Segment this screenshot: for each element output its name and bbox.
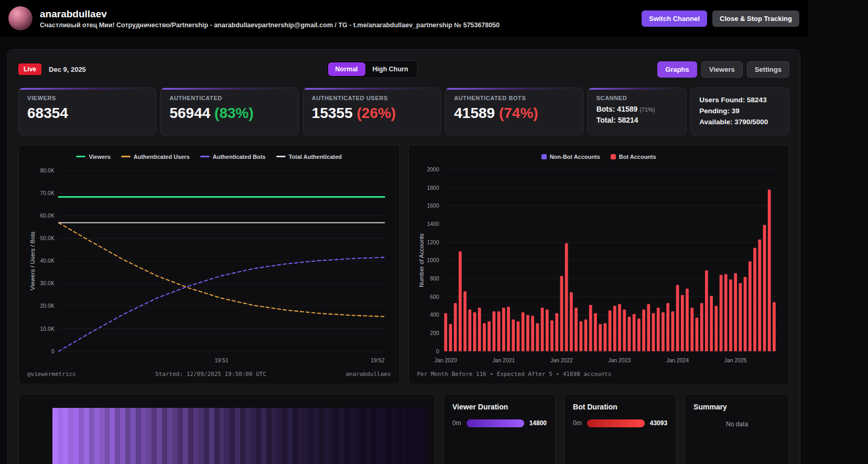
legend-item: Authenticated Users xyxy=(121,154,190,160)
stat-number: 15355 xyxy=(312,105,353,121)
switch-channel-button[interactable]: Switch Channel xyxy=(642,10,707,27)
bar-chart-summary-label: Per Month Before 116 • Expected After 5 … xyxy=(417,371,612,377)
legend-item: Total Authenticated xyxy=(276,154,342,160)
tab-settings[interactable]: Settings xyxy=(747,61,789,78)
bot-duration-row: 0m 43093 xyxy=(573,419,667,427)
svg-text:10.0K: 10.0K xyxy=(40,325,55,331)
heatmap-band xyxy=(256,408,261,464)
scanned-bots: Bots: 41589 xyxy=(596,105,638,113)
channel-avatar xyxy=(8,6,32,30)
heatmap-band xyxy=(329,408,334,464)
legend-swatch xyxy=(541,154,547,159)
bar-chart-legend: Non-Bot AccountsBot Accounts xyxy=(417,152,781,164)
heatmap-band xyxy=(355,408,360,464)
svg-text:30.0K: 30.0K xyxy=(40,280,55,286)
stat-label: SCANNED xyxy=(596,95,678,101)
svg-text:Jan 2024: Jan 2024 xyxy=(666,357,689,363)
heatmap-band xyxy=(251,408,256,464)
heatmap-band xyxy=(350,408,355,464)
viewer-duration-title: Viewer Duration xyxy=(452,403,547,411)
legend-swatch xyxy=(200,156,210,157)
svg-text:Jan 2023: Jan 2023 xyxy=(608,357,631,363)
heatmap-band xyxy=(157,408,162,464)
heatmap-band xyxy=(392,408,397,464)
svg-text:19:51: 19:51 xyxy=(215,357,229,363)
heatmap-band xyxy=(193,408,199,464)
heatmap-band xyxy=(397,408,402,464)
heatmap-band xyxy=(136,408,141,464)
channel-subtitle: Счастливый отец Мии! Сотрудничество/Part… xyxy=(40,21,634,29)
legend-label: Authenticated Bots xyxy=(213,154,266,160)
close-stop-tracking-button[interactable]: Close & Stop Tracking xyxy=(712,10,799,27)
summary-title: Summary xyxy=(693,403,780,411)
heatmap-band xyxy=(371,408,376,464)
heatmap-band xyxy=(188,408,193,464)
heatmap-band xyxy=(131,408,136,464)
stat-card-authenticated: AUTHENTICATED 56944 (83%) xyxy=(160,88,298,135)
activity-heatmap xyxy=(52,408,428,464)
heatmap-band xyxy=(308,408,313,464)
tab-viewers[interactable]: Viewers xyxy=(701,61,743,78)
svg-text:400: 400 xyxy=(430,311,439,318)
app: anarabdullaev Счастливый отец Мии! Сотру… xyxy=(0,0,808,464)
heatmap-band xyxy=(209,408,214,464)
summary-card: Summary No data xyxy=(685,394,789,464)
heatmap-band xyxy=(214,408,220,464)
svg-text:60.0K: 60.0K xyxy=(40,212,55,219)
heatmap-band xyxy=(224,408,230,464)
legend-item: Authenticated Bots xyxy=(200,154,266,160)
viewer-line-chart-panel: ViewersAuthenticated UsersAuthenticated … xyxy=(18,145,400,384)
legend-swatch xyxy=(276,156,286,157)
stat-label: AUTHENTICATED xyxy=(169,95,289,101)
live-badge: Live xyxy=(18,63,41,75)
heatmap-band xyxy=(63,408,68,464)
svg-text:20.0K: 20.0K xyxy=(40,303,55,309)
bottom-row: Viewer Duration 0m 14800 Bot Duration 0m… xyxy=(18,394,789,464)
viewer-duration-bar xyxy=(466,419,524,427)
heatmap-panel xyxy=(18,394,435,464)
stat-value: 56944 (83%) xyxy=(169,105,289,122)
tab-graphs[interactable]: Graphs xyxy=(657,61,697,78)
stat-number: 41589 xyxy=(454,105,495,121)
svg-text:40.0K: 40.0K xyxy=(40,257,55,264)
channel-name: anarabdullaev xyxy=(40,8,634,20)
stat-value: 15355 (26%) xyxy=(312,105,432,122)
heatmap-band xyxy=(151,408,157,464)
bot-duration-bar xyxy=(587,419,645,427)
heatmap-band xyxy=(79,408,84,464)
heatmap-band xyxy=(52,408,58,464)
heatmap-band xyxy=(282,408,287,464)
stat-percent: (74%) xyxy=(499,105,538,121)
heatmap-band xyxy=(413,408,418,464)
svg-text:Jan 2022: Jan 2022 xyxy=(550,357,573,363)
heatmap-band xyxy=(376,408,381,464)
line-chart-legend: ViewersAuthenticated UsersAuthenticated … xyxy=(27,152,391,164)
legend-label: Authenticated Users xyxy=(134,154,190,160)
svg-text:70.0K: 70.0K xyxy=(40,190,55,196)
account-age-bar-chart: 0200400600800100012001400160018002000Jan… xyxy=(417,164,781,366)
legend-item: Viewers xyxy=(76,154,110,160)
heatmap-band xyxy=(277,408,282,464)
svg-text:Number of Accounts: Number of Accounts xyxy=(418,233,425,287)
svg-text:1200: 1200 xyxy=(427,239,439,245)
mode-normal-button[interactable]: Normal xyxy=(328,62,365,76)
legend-label: Total Authenticated xyxy=(289,154,342,160)
mode-high-churn-button[interactable]: High Churn xyxy=(365,62,416,76)
heatmap-band xyxy=(84,408,89,464)
heatmap-band xyxy=(298,408,303,464)
bar-chart-footer: Per Month Before 116 • Expected After 5 … xyxy=(417,366,781,377)
viewer-line-chart: 010.0K20.0K30.0K40.0K50.0K60.0K70.0K80.0… xyxy=(27,164,391,366)
legend-label: Non-Bot Accounts xyxy=(550,154,600,160)
heatmap-band xyxy=(313,408,319,464)
scanned-total-line: Total: 58214 xyxy=(596,116,678,124)
heatmap-band xyxy=(204,408,209,464)
svg-text:1800: 1800 xyxy=(427,184,439,190)
legend-item: Non-Bot Accounts xyxy=(541,154,600,160)
heatmap-band xyxy=(287,408,292,464)
legend-label: Viewers xyxy=(89,154,110,160)
stat-percent: (26%) xyxy=(357,105,396,121)
heatmap-band xyxy=(100,408,105,464)
heatmap-band xyxy=(344,408,350,464)
heatmap-band xyxy=(73,408,79,464)
stat-card-viewers: VIEWERS 68354 xyxy=(18,88,156,135)
